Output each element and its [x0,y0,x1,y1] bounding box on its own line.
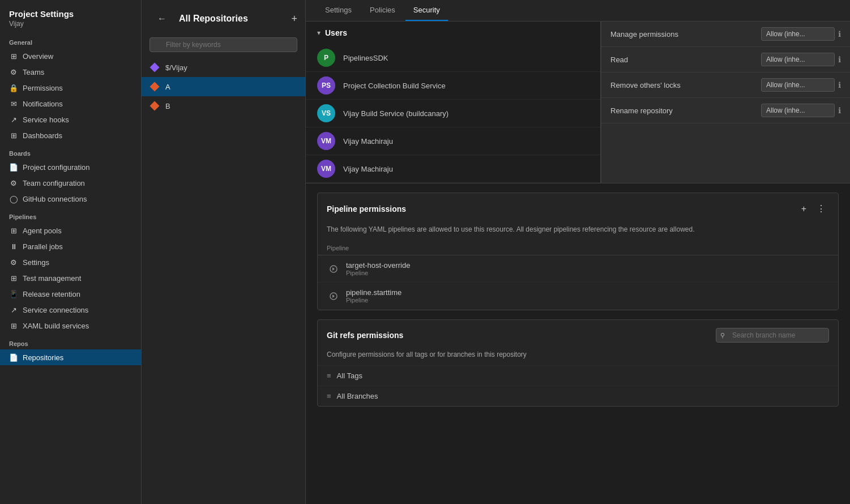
repo-item-b[interactable]: B [142,96,305,116]
perm-select-wrap: Allow (inhe... Allow Deny Not set ℹ [761,104,841,117]
perm-select-read[interactable]: Allow (inhe... Allow Deny Not set [761,53,835,66]
tab-settings[interactable]: Settings [317,0,360,21]
git-refs-desc: Configure permissions for all tags or fo… [318,351,838,365]
users-permissions-section: ▾ Users P PipelinesSDK PS Project Collec… [306,22,850,183]
pipeline-permissions-actions: + ⋮ [798,201,829,216]
permissions-panel: Manage permissions Allow (inhe... Allow … [601,22,850,183]
sidebar-item-teams[interactable]: ⚙ Teams [0,64,141,80]
perm-select-manage[interactable]: Allow (inhe... Allow Deny Not set [761,27,835,41]
sidebar-item-service-hooks[interactable]: ↗ Service hooks [0,112,141,127]
repo-item-vijay[interactable]: $/Vijay [142,58,305,77]
section-label-pipelines: Pipelines [0,207,141,223]
info-icon[interactable]: ℹ [838,29,841,39]
sidebar-item-label: Service connections [23,306,88,314]
sidebar-item-label: Dashboards [23,131,62,140]
sidebar-item-label: XAML build services [23,322,89,330]
sidebar-item-label: Notifications [23,100,63,108]
sidebar-item-label: Parallel jobs [23,242,63,251]
tab-policies[interactable]: Policies [362,0,403,21]
refs-row[interactable]: ≡ All Branches [318,386,838,406]
refs-name: All Branches [337,392,378,400]
avatar: VM [317,132,335,150]
avatar: VM [317,160,335,178]
repo-icon [150,101,160,111]
pipeline-icon [327,289,340,303]
perm-row-manage: Manage permissions Allow (inhe... Allow … [601,22,850,47]
repo-list: $/Vijay A B [142,58,305,504]
user-row[interactable]: P PipelinesSDK [306,44,600,72]
pipeline-type: Pipeline [346,270,829,276]
filter-wrap: ⚲ [150,37,297,52]
middle-panel-title: All Repositories [179,14,287,24]
info-icon[interactable]: ℹ [838,106,841,115]
sidebar-item-release-retention[interactable]: 📱 Release retention [0,286,141,302]
sidebar-item-label: Overview [23,52,53,61]
filter-input[interactable] [150,37,297,52]
sidebar-item-agent-pools[interactable]: ⊞ Agent pools [0,223,141,238]
search-branch-wrap: ⚲ [716,328,829,343]
user-row[interactable]: VS Vijay Build Service (buildcanary) [306,100,600,127]
perm-select-rename[interactable]: Allow (inhe... Allow Deny Not set [761,104,835,117]
user-row[interactable]: PS Project Collection Build Service [306,72,600,100]
pipeline-info: target-host-override Pipeline [346,261,829,276]
sidebar-item-github[interactable]: ◯ GitHub connections [0,191,141,207]
sidebar-item-service-connections[interactable]: ↗ Service connections [0,302,141,318]
release-retention-icon: 📱 [9,289,18,298]
section-label-general: General [0,32,141,48]
user-row[interactable]: VM Vijay Machiraju [306,155,600,183]
pipeline-permissions-title: Pipeline permissions [327,204,793,213]
app-title: Project Settings [9,9,132,19]
sidebar-item-test-management[interactable]: ⊞ Test management [0,270,141,286]
sidebar-item-label: Release retention [23,290,80,298]
sidebar-item-label: Test management [23,274,81,283]
perm-row-rename: Rename repository Allow (inhe... Allow D… [601,98,850,123]
pipeline-permissions-header: Pipeline permissions + ⋮ [318,193,838,224]
pipeline-row[interactable]: pipeline.starttime Pipeline [318,283,838,310]
repo-icon [150,82,160,92]
more-options-button[interactable]: ⋮ [813,201,829,216]
pipeline-row[interactable]: target-host-override Pipeline [318,255,838,283]
back-button[interactable]: ← [150,7,174,31]
user-row[interactable]: VM Vijay Machiraju [306,127,600,155]
team-config-icon: ⚙ [9,178,18,187]
tab-bar: Settings Policies Security [306,0,850,22]
sidebar-item-dashboards[interactable]: ⊞ Dashboards [0,127,141,143]
pipeline-permissions-card: Pipeline permissions + ⋮ The following Y… [317,193,839,310]
sidebar-item-parallel-jobs[interactable]: ⏸ Parallel jobs [0,238,141,254]
sidebar-item-notifications[interactable]: ✉ Notifications [0,96,141,112]
tab-security[interactable]: Security [405,0,448,21]
add-repo-button[interactable]: + [291,13,297,25]
dashboards-icon: ⊞ [9,131,18,140]
sidebar-item-xaml[interactable]: ⊞ XAML build services [0,318,141,334]
avatar: PS [317,76,335,95]
service-hooks-icon: ↗ [9,115,18,124]
info-icon[interactable]: ℹ [838,55,841,64]
users-section-title: Users [325,28,347,37]
sidebar-header: Project Settings Vijay [0,0,141,32]
sidebar-item-overview[interactable]: ⊞ Overview [0,48,141,64]
teams-icon: ⚙ [9,67,18,76]
sidebar-item-settings[interactable]: ⚙ Settings [0,254,141,270]
perm-select-wrap: Allow (inhe... Allow Deny Not set ℹ [761,27,841,41]
repo-icon [150,62,160,72]
users-header[interactable]: ▾ Users [306,22,600,44]
sidebar-item-label: Service hooks [23,116,69,124]
add-pipeline-button[interactable]: + [798,201,810,216]
info-icon[interactable]: ℹ [838,80,841,89]
sidebar-item-project-config[interactable]: 📄 Project configuration [0,159,141,175]
pipeline-info: pipeline.starttime Pipeline [346,288,829,304]
sidebar-item-team-config[interactable]: ⚙ Team configuration [0,175,141,191]
search-branch-input[interactable] [716,328,829,343]
agent-pools-icon: ⊞ [9,226,18,235]
git-refs-header: Git refs permissions ⚲ [318,320,838,351]
sidebar-item-repositories[interactable]: 📄 Repositories [0,349,141,365]
perm-select-wrap: Allow (inhe... Allow Deny Not set ℹ [761,78,841,92]
sidebar-item-label: Project configuration [23,163,90,172]
repo-item-a[interactable]: A [142,77,305,96]
sidebar-item-label: Permissions [23,84,63,92]
refs-row[interactable]: ≡ All Tags [318,365,838,386]
perm-select-remove-locks[interactable]: Allow (inhe... Allow Deny Not set [761,78,835,92]
sidebar-item-permissions[interactable]: 🔒 Permissions [0,80,141,96]
sidebar-item-label: Agent pools [23,227,62,235]
middle-header: ← All Repositories + [142,0,305,37]
